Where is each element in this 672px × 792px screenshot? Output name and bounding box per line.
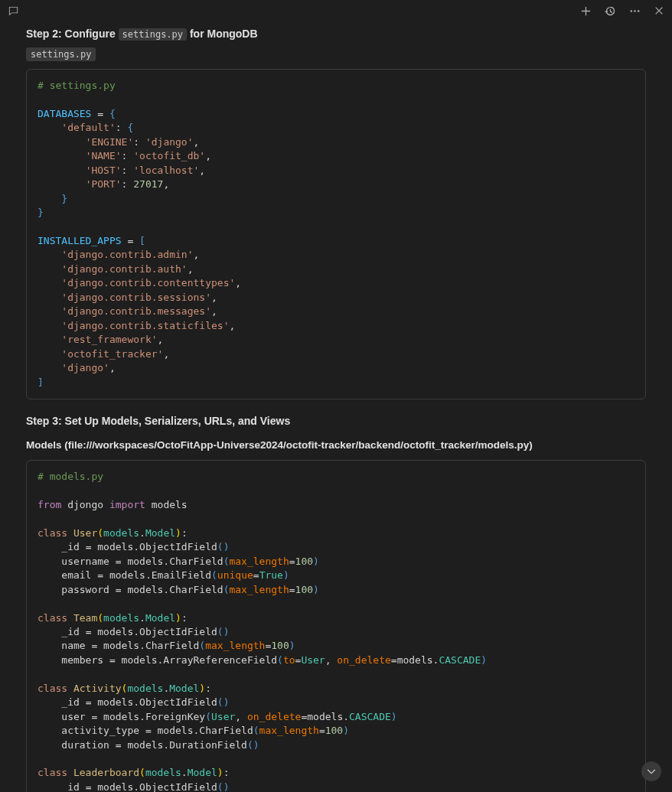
step3-subheading: Models (file:///workspaces/OctoFitApp-Un… (26, 439, 646, 451)
svg-point-2 (637, 10, 639, 12)
file-chip-settings[interactable]: settings.py (26, 47, 96, 61)
svg-point-0 (630, 10, 632, 12)
step2-suffix: for MongoDB (187, 28, 258, 40)
code-block-settings: # settings.py DATABASES = { 'default': {… (26, 69, 646, 399)
ellipsis-icon[interactable] (628, 4, 641, 18)
step2-chip: settings.py (119, 28, 187, 41)
scroll-down-button[interactable] (641, 761, 661, 781)
step2-prefix: Step 2: Configure (26, 28, 119, 40)
comment-icon[interactable] (6, 4, 20, 18)
close-icon[interactable] (652, 4, 666, 18)
code-block-models: # models.py from djongo import models cl… (26, 460, 646, 792)
history-icon[interactable] (603, 4, 617, 18)
plus-icon[interactable] (579, 4, 592, 18)
chat-content: Step 2: Configure settings.py for MongoD… (0, 21, 672, 792)
step3-heading: Step 3: Set Up Models, Serializers, URLs… (26, 415, 646, 427)
step2-heading: Step 2: Configure settings.py for MongoD… (26, 28, 646, 40)
editor-toolbar (0, 0, 672, 21)
svg-point-1 (634, 10, 636, 12)
